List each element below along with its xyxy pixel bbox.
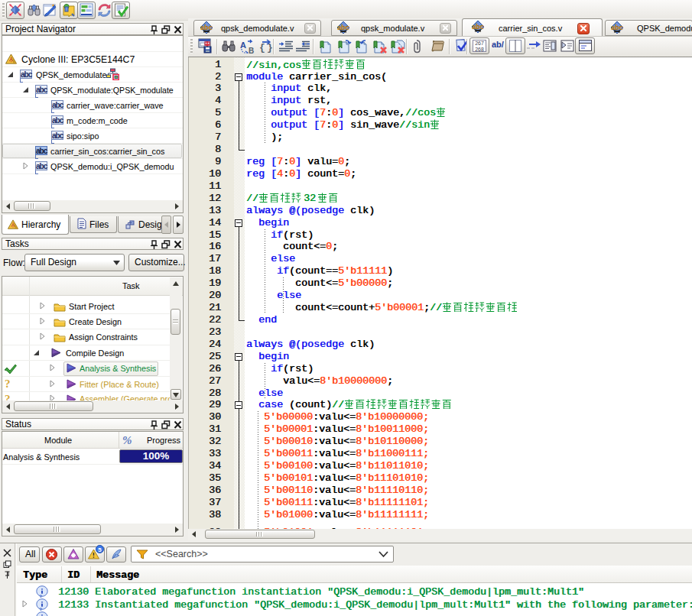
svg-text:abc: abc xyxy=(337,24,349,31)
svg-text:abc: abc xyxy=(472,23,484,31)
svg-text:B: B xyxy=(249,47,254,53)
svg-text:A: A xyxy=(240,41,246,50)
svg-text:abc: abc xyxy=(611,24,623,31)
svg-text:abc: abc xyxy=(200,24,213,31)
svg-text:5: 5 xyxy=(98,546,102,553)
svg-text:{: { xyxy=(259,42,265,53)
